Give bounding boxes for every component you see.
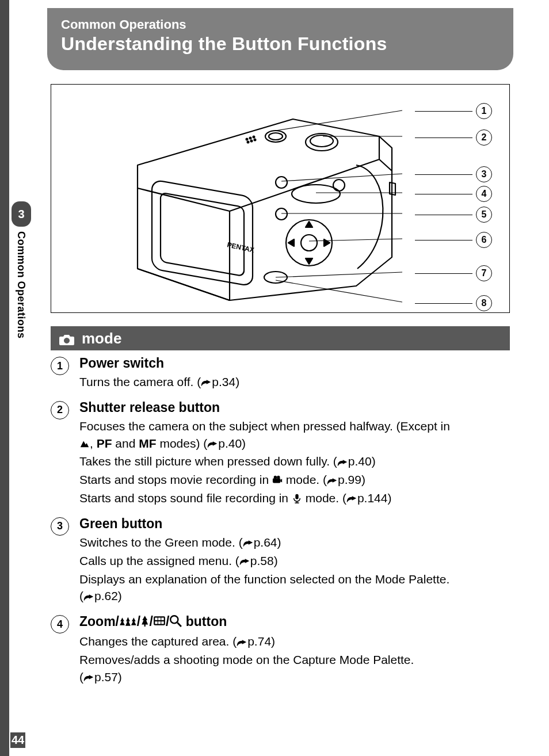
text: Displays an explanation of the function … <box>79 572 449 586</box>
text: p.99) <box>338 473 365 486</box>
item-description: Turns the camera off. (p.34) <box>79 373 510 392</box>
item-3: 3Green buttonSwitches to the Green mode.… <box>51 516 510 606</box>
svg-rect-37 <box>161 618 163 620</box>
side-tab-number: 3 <box>12 201 31 227</box>
text: ( <box>79 670 83 684</box>
brand-label: PENTAX <box>226 240 255 254</box>
text: p.62) <box>94 589 122 602</box>
text: p.74) <box>247 635 275 648</box>
ref-icon <box>346 491 357 508</box>
mountain-icon <box>79 436 90 453</box>
text: Turns the camera off. ( <box>79 375 201 388</box>
svg-point-29 <box>277 476 280 479</box>
svg-point-11 <box>254 139 256 141</box>
item-heading: Green button <box>79 516 510 532</box>
grid-icon <box>153 614 166 631</box>
chapter-title-block: Common Operations Understanding the Butt… <box>47 8 513 70</box>
callout-7: 7 <box>476 265 492 281</box>
item-number: 3 <box>51 517 69 536</box>
text: ( <box>79 589 83 602</box>
svg-point-28 <box>274 476 277 479</box>
text: Calls up the assigned menu. ( <box>79 554 239 567</box>
camera-diagram: PENTAX 1 2 3 4 5 6 7 8 <box>51 84 510 313</box>
section-label: Common Operations <box>61 17 500 32</box>
svg-point-7 <box>250 138 251 139</box>
mic-icon <box>292 491 302 508</box>
svg-point-27 <box>65 339 68 342</box>
item-heading: Power switch <box>79 356 510 371</box>
svg-point-5 <box>310 135 333 147</box>
text: and <box>112 437 139 450</box>
text: modes) ( <box>157 437 208 450</box>
svg-rect-39 <box>158 621 161 624</box>
svg-point-10 <box>251 140 253 142</box>
text: Changes the captured area. ( <box>79 635 237 648</box>
svg-rect-36 <box>158 618 161 620</box>
item-body: Shutter release buttonFocuses the camera… <box>79 400 510 508</box>
text: p.58) <box>250 554 278 567</box>
text: mode. ( <box>283 473 327 486</box>
callout-labels: 1 2 3 4 5 6 7 8 <box>342 96 492 303</box>
page: Common Operations Understanding the Butt… <box>0 0 549 756</box>
text: Focuses the camera on the subject when p… <box>79 419 450 433</box>
tree1-icon <box>140 614 149 631</box>
text: p.64) <box>254 536 281 549</box>
mode-heading-bar: mode <box>51 326 510 350</box>
item-description: Switches to the Green mode. (p.64)Calls … <box>79 534 510 606</box>
text: , <box>90 437 97 450</box>
text: Zoom/ <box>79 614 119 629</box>
svg-rect-40 <box>161 621 163 624</box>
side-tab: 3 Common Operations <box>9 201 32 374</box>
item-list: 1Power switchTurns the camera off. (p.34… <box>51 356 510 695</box>
callout-1: 1 <box>476 103 492 119</box>
callout-6: 6 <box>476 232 492 248</box>
item-heading: Shutter release button <box>79 400 510 415</box>
text: p.144) <box>357 491 392 505</box>
left-margin-bar <box>0 0 9 756</box>
text: p.34) <box>212 375 239 388</box>
text: p.40) <box>218 437 246 450</box>
callout-2: 2 <box>476 129 492 146</box>
svg-point-8 <box>253 136 255 138</box>
svg-marker-30 <box>280 479 282 482</box>
svg-point-9 <box>247 142 249 143</box>
ref-icon <box>207 436 218 453</box>
camera-icon <box>59 332 75 345</box>
item-description: Focuses the camera on the subject when p… <box>79 418 510 508</box>
trees3-icon <box>119 614 137 631</box>
text: PF <box>97 437 112 450</box>
text: button <box>182 614 227 629</box>
svg-point-41 <box>171 616 178 623</box>
callout-5: 5 <box>476 207 492 223</box>
svg-point-13 <box>292 185 340 203</box>
magnify-icon <box>169 614 182 631</box>
svg-point-17 <box>301 235 317 251</box>
text: Removes/adds a shooting mode on the Capt… <box>79 653 414 666</box>
text: Starts and stops sound file recording in <box>79 491 292 505</box>
ref-icon <box>237 634 247 651</box>
movie-icon <box>272 472 283 490</box>
item-description: Changes the captured area. (p.74)Removes… <box>79 633 510 686</box>
callout-4: 4 <box>476 186 492 202</box>
text: Starts and stops movie recording in <box>79 473 272 486</box>
svg-rect-35 <box>155 618 157 620</box>
callout-3: 3 <box>476 166 492 182</box>
svg-point-3 <box>269 133 283 140</box>
ref-icon <box>83 670 94 687</box>
svg-point-15 <box>276 208 287 220</box>
item-number: 1 <box>51 357 69 375</box>
item-1: 1Power switchTurns the camera off. (p.34… <box>51 356 510 392</box>
ref-icon <box>239 553 250 571</box>
ref-icon <box>243 535 254 552</box>
text: mode. ( <box>302 491 346 505</box>
item-number: 4 <box>51 615 69 633</box>
svg-rect-31 <box>295 494 298 499</box>
item-4: 4Zoom//// buttonChanges the captured are… <box>51 614 510 686</box>
item-body: Zoom//// buttonChanges the captured area… <box>79 614 510 686</box>
ref-icon <box>83 589 94 606</box>
page-number: 44 <box>10 732 25 748</box>
item-body: Power switchTurns the camera off. (p.34) <box>79 356 510 392</box>
text: Switches to the Green mode. ( <box>79 536 243 549</box>
mode-label: mode <box>82 330 121 348</box>
chapter-title: Understanding the Button Functions <box>61 33 500 55</box>
